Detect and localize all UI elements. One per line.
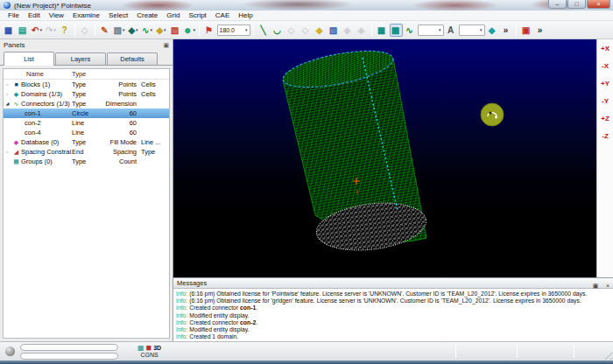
toolbar-item[interactable] <box>199 24 200 36</box>
menu-item[interactable]: Select <box>104 11 132 19</box>
help-icon[interactable]: ? <box>59 24 72 37</box>
message-severity: Info: <box>176 319 187 326</box>
entity-type: Line <box>72 118 105 128</box>
toolbar-item[interactable] <box>371 24 372 36</box>
menu-item[interactable]: Help <box>234 11 257 19</box>
panel-tab[interactable]: Defaults <box>107 52 158 65</box>
assemble-block-icon[interactable]: ▧ <box>328 24 341 37</box>
title-bar[interactable]: (New Project)* Pointwise – □ × <box>0 0 613 10</box>
panel-tab[interactable]: List <box>4 52 54 66</box>
solver-status[interactable]: ▦ ◼ 3D CGNS <box>137 345 161 359</box>
toolbar-item[interactable] <box>253 24 254 36</box>
axis-view-button[interactable]: +Z <box>598 111 612 125</box>
tree-row[interactable]: ◆ Database (0) Type Fill Mode Line ... <box>4 137 169 147</box>
tree-row[interactable]: ▹ ◆ Domains (1/3) Type Points Cells <box>4 89 169 99</box>
spacing-tool-icon[interactable]: A <box>445 24 458 37</box>
view-cube-icon[interactable]: ▧ ▾ <box>113 24 126 37</box>
pointwise-window: (New Project)* Pointwise – □ × File Edit… <box>0 0 613 364</box>
assemble-surface-icon[interactable]: ◆ <box>314 24 327 37</box>
status-field-top[interactable] <box>20 344 118 351</box>
surface-tool-icon[interactable]: ◆ ▾ <box>155 24 168 37</box>
eraser-icon[interactable]: ◆ <box>486 24 499 37</box>
expander-icon[interactable] <box>4 118 11 128</box>
3d-canvas[interactable] <box>173 39 596 277</box>
close-button[interactable]: × <box>587 0 610 9</box>
expander-icon[interactable]: ◢ <box>4 99 11 108</box>
expander-icon[interactable] <box>4 128 11 137</box>
grab-point-icon[interactable]: ◈ <box>342 24 355 37</box>
toolbar-overflow-icon[interactable]: » <box>500 24 513 37</box>
smooth-grid-icon[interactable]: ▩ <box>390 24 403 37</box>
expander-icon[interactable] <box>4 157 11 166</box>
dimension-combo[interactable]: ▾ <box>418 24 444 36</box>
display-attributes-icon[interactable]: ✎ <box>99 24 112 37</box>
toolbar-item[interactable] <box>516 24 517 36</box>
cut-plane-icon[interactable]: ⚑ <box>203 24 216 37</box>
toolbar-item[interactable] <box>95 24 95 36</box>
axis-view-button[interactable]: -X <box>598 59 612 73</box>
open-icon[interactable]: ▤ <box>17 24 30 37</box>
tree-row[interactable]: con-2 Line 60 <box>4 118 169 128</box>
messages-float-icon[interactable]: ▣ <box>593 283 599 289</box>
maximize-button[interactable]: □ <box>567 0 586 9</box>
diamond-tool-icon[interactable]: ◆ ▾ <box>127 24 140 37</box>
tree-row[interactable]: ◢ ∿ Connectors (1/3) Type Dimension <box>4 99 169 108</box>
panel-float-icon[interactable]: ▣ <box>163 42 169 49</box>
menu-item[interactable]: Create <box>132 11 162 19</box>
tree-row[interactable]: ▹ ◢ Spacing Constrai... End Spacing Type <box>4 147 169 157</box>
image-tool-icon[interactable]: ▨ <box>169 24 182 37</box>
tree-row[interactable]: ▹ ■ Blocks (1) Type Points Cells <box>4 80 169 89</box>
menu-item[interactable]: Grid <box>162 11 184 19</box>
delete-icon[interactable]: ◇ <box>79 24 92 37</box>
window-title: (New Project)* Pointwise <box>14 2 91 10</box>
expander-icon[interactable]: ▹ <box>4 89 11 99</box>
grab-entity-icon[interactable]: ◈ <box>356 24 369 37</box>
angle-combo[interactable]: 180.0 ▾ <box>217 24 250 36</box>
menu-item[interactable]: Script <box>184 11 210 19</box>
status-separator <box>517 345 518 358</box>
axis-view-button[interactable]: +Y <box>598 76 612 90</box>
toolbar-overflow2-icon[interactable]: » <box>534 24 547 37</box>
panel-tab[interactable]: Layers <box>55 52 106 65</box>
column-header-type[interactable]: Type <box>72 69 107 79</box>
minimize-button[interactable]: – <box>548 0 567 9</box>
status-field-bottom[interactable] <box>20 353 118 360</box>
message-text: (6:16 pm) Obtained license for 'gridgen'… <box>189 298 581 304</box>
expander-icon[interactable] <box>4 137 11 147</box>
two-point-connector-icon[interactable]: ╲ <box>257 24 271 37</box>
expander-icon[interactable] <box>4 108 11 118</box>
expander-icon[interactable]: ▹ <box>4 80 11 89</box>
3d-viewport[interactable] <box>173 39 596 277</box>
dimension-connector-icon[interactable]: ∿ <box>404 24 417 37</box>
menu-item[interactable]: CAE <box>211 11 234 19</box>
cae-mask-icon[interactable]: ▣ <box>520 24 533 37</box>
save-icon[interactable]: ▦ <box>3 24 16 37</box>
curve-connector-icon[interactable]: ◡ <box>271 24 285 37</box>
axis-view-button[interactable]: -Z <box>598 129 612 143</box>
resize-grip[interactable] <box>602 349 612 360</box>
toolbar-item[interactable] <box>74 24 75 36</box>
spacing-combo[interactable]: ▾ <box>459 24 485 36</box>
menu-item[interactable]: Edit <box>24 11 45 19</box>
undo-icon[interactable]: ↶ ▾ <box>31 24 44 37</box>
messages-close-icon[interactable]: × <box>606 283 609 289</box>
curve-tool-icon[interactable]: ∿ ▾ <box>141 24 154 37</box>
menu-item[interactable]: Examine <box>68 11 104 19</box>
tree-row[interactable]: ▦ Groups (0) Type Count <box>4 157 169 166</box>
structured-domain-icon[interactable]: ◇ <box>285 24 299 37</box>
column-header-name[interactable]: Name <box>4 69 72 79</box>
messages-log[interactable]: Info:(6:16 pm) Obtained license for 'Poi… <box>173 289 613 341</box>
redo-icon[interactable]: ↷ ▾ <box>45 24 58 37</box>
tree-row[interactable]: con-1 Circle 60 <box>4 108 169 118</box>
expander-icon[interactable]: ▹ <box>4 147 11 157</box>
mask-tool-icon[interactable]: ☻ ▾ <box>183 24 196 37</box>
menu-item[interactable]: File <box>4 11 24 19</box>
unstructured-domain-icon[interactable]: ◇ <box>299 24 313 37</box>
solve-grid-icon[interactable]: ▦ <box>376 24 389 37</box>
entity-col3: Dimension <box>105 99 137 108</box>
axis-view-button[interactable]: -Y <box>598 94 612 108</box>
axis-view-button[interactable]: +X <box>598 41 612 55</box>
tree-row[interactable]: con-4 Line 60 <box>4 128 169 137</box>
solver-label: CGNS <box>140 352 158 359</box>
menu-item[interactable]: View <box>45 11 68 19</box>
